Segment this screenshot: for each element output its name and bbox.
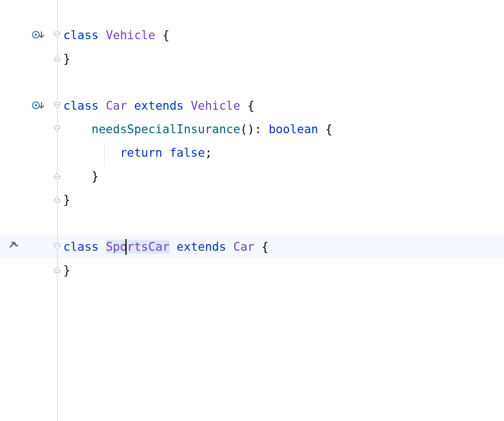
code-line[interactable]: } bbox=[63, 165, 504, 188]
keyword-class: class bbox=[63, 240, 99, 254]
fold-toggle-close[interactable] bbox=[53, 172, 61, 180]
code-line[interactable] bbox=[63, 212, 504, 235]
fold-toggle-close[interactable] bbox=[53, 54, 61, 62]
override-down-icon[interactable] bbox=[31, 100, 45, 113]
code-line[interactable] bbox=[63, 0, 504, 24]
gutter bbox=[0, 0, 53, 421]
keyword-class: class bbox=[63, 29, 99, 42]
fold-toggle-open[interactable] bbox=[53, 31, 61, 39]
code-line[interactable]: } bbox=[63, 47, 504, 71]
brace-open: { bbox=[325, 123, 333, 136]
brace-open: { bbox=[262, 240, 269, 254]
svg-point-1 bbox=[35, 34, 37, 36]
code-line[interactable]: } bbox=[63, 259, 504, 282]
code-line-current[interactable]: class SportsCar extends Car { bbox=[63, 235, 504, 259]
brace-close: } bbox=[63, 193, 71, 207]
code-editor[interactable]: class Vehicle { } class Car extends Vehi… bbox=[0, 0, 504, 421]
brace-close: } bbox=[63, 52, 71, 66]
class-name-vehicle: Vehicle bbox=[191, 99, 241, 113]
type-boolean: boolean bbox=[269, 123, 319, 136]
code-line[interactable]: return false; bbox=[63, 141, 504, 165]
code-line[interactable]: } bbox=[63, 188, 504, 212]
code-line[interactable] bbox=[63, 71, 504, 94]
code-area[interactable]: class Vehicle { } class Car extends Vehi… bbox=[63, 0, 504, 421]
class-name-car: Car bbox=[234, 240, 255, 254]
fold-toggle-close[interactable] bbox=[53, 195, 61, 203]
colon: : bbox=[254, 123, 262, 136]
space bbox=[99, 29, 106, 42]
code-line[interactable]: class Vehicle { bbox=[63, 24, 504, 47]
svg-point-3 bbox=[35, 104, 37, 106]
text-cursor bbox=[125, 239, 127, 255]
space bbox=[155, 29, 162, 42]
keyword-extends: extends bbox=[134, 99, 184, 113]
fold-toggle-close[interactable] bbox=[53, 266, 61, 274]
fold-toggle-open[interactable] bbox=[53, 101, 61, 109]
keyword-return: return bbox=[120, 146, 162, 160]
parens: () bbox=[240, 123, 254, 136]
code-line[interactable]: class Car extends Vehicle { bbox=[63, 94, 504, 118]
keyword-class: class bbox=[63, 99, 99, 113]
gutter-separator bbox=[57, 0, 58, 421]
class-name-car: Car bbox=[106, 99, 127, 113]
method-name: needsSpecialInsurance bbox=[92, 123, 241, 136]
keyword-extends: extends bbox=[176, 240, 226, 254]
keyword-false: false bbox=[170, 146, 205, 160]
brace-close: } bbox=[92, 170, 99, 183]
brace-open: { bbox=[162, 29, 170, 42]
hammer-icon[interactable] bbox=[8, 240, 21, 253]
brace-close: } bbox=[63, 264, 71, 277]
fold-toggle-open[interactable] bbox=[53, 125, 61, 133]
fold-toggle-open[interactable] bbox=[53, 242, 61, 250]
class-name-sportscar: SportsCar bbox=[106, 240, 170, 254]
override-down-icon[interactable] bbox=[31, 29, 45, 43]
code-line[interactable]: needsSpecialInsurance(): boolean { bbox=[63, 118, 504, 141]
brace-open: { bbox=[248, 99, 255, 113]
class-name-vehicle: Vehicle bbox=[106, 29, 156, 42]
semicolon: ; bbox=[205, 146, 212, 160]
